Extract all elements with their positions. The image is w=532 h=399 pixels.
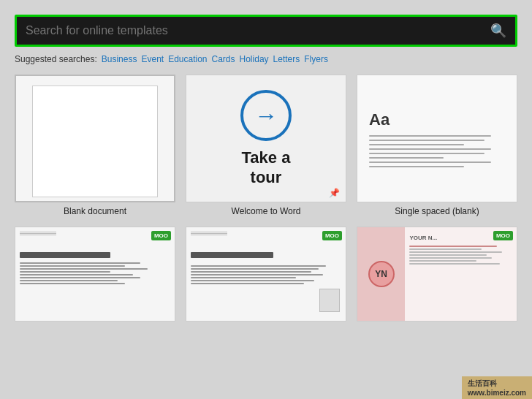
resume-title-line	[20, 252, 110, 258]
main-container: 🔍 Suggested searches: Business Event Edu…	[0, 0, 532, 399]
deco-lines-top	[20, 232, 56, 235]
cr-line-5	[409, 257, 491, 259]
l-line-5	[191, 277, 296, 278]
deco-line-l1	[191, 232, 227, 232]
ss-line-8	[369, 166, 464, 167]
cr-line-4	[409, 254, 486, 256]
template-blank-label: Blank document	[64, 206, 126, 216]
template-color-thumb: YN MOO YOUR N...	[357, 227, 517, 322]
cr-line-7	[409, 263, 500, 265]
suggested-label: Suggested searches:	[15, 54, 97, 64]
ss-line-1	[369, 135, 491, 137]
l-line-4	[191, 274, 323, 276]
watermark-text: 生活百科	[468, 379, 497, 387]
ss-line-4	[369, 148, 491, 150]
l-line-7	[191, 283, 304, 284]
search-bar[interactable]: 🔍	[15, 15, 517, 47]
l-line-3	[191, 271, 311, 273]
r-line-5	[20, 274, 133, 276]
deco-line-l2	[191, 233, 227, 234]
tour-arrow-icon: →	[254, 104, 278, 127]
template-single-spaced[interactable]: Aa Single spaced (blank)	[357, 75, 517, 216]
ss-line-2	[369, 140, 484, 141]
ss-line-3	[369, 144, 464, 145]
templates-grid: Blank document → Take a tour 📌 Welcome t…	[15, 75, 517, 325]
watermark-site: www.bimeiz.com	[468, 389, 526, 397]
ss-line-6	[369, 157, 444, 159]
ss-line-7	[369, 162, 491, 163]
suggested-link-cards[interactable]: Cards	[212, 54, 235, 64]
letter-lines	[191, 252, 341, 284]
letter-title	[191, 252, 273, 258]
suggested-searches: Suggested searches: Business Event Educa…	[15, 54, 517, 64]
r-line-3	[20, 268, 148, 270]
cr-line-1	[409, 246, 497, 247]
template-ss-thumb: Aa	[357, 75, 517, 202]
r-line-2	[20, 265, 125, 267]
blank-inner	[32, 86, 159, 198]
color-moo-right: MOO YOUR N...	[405, 227, 517, 321]
template-letter-moo[interactable]: MOO	[186, 227, 346, 325]
suggested-link-business[interactable]: Business	[102, 54, 137, 64]
template-tour-label: Welcome to Word	[232, 206, 301, 216]
ss-line-5	[369, 153, 484, 154]
search-input[interactable]	[26, 24, 490, 37]
suggested-link-flyers[interactable]: Flyers	[304, 54, 328, 64]
deco-lines-letter	[191, 232, 227, 235]
moo-badge-1: MOO	[151, 231, 171, 240]
search-icon[interactable]: 🔍	[490, 23, 506, 39]
template-resume-thumb: MOO	[15, 227, 175, 322]
r-line-4	[20, 271, 110, 273]
l-line-1	[191, 265, 326, 267]
deco-line-1	[20, 232, 56, 232]
color-right-lines	[409, 246, 512, 265]
l-line-2	[191, 268, 319, 270]
suggested-link-holiday[interactable]: Holiday	[240, 54, 269, 64]
ss-lines	[369, 135, 505, 167]
deco-line-3	[20, 235, 56, 235]
color-moo-left: YN	[357, 227, 405, 321]
yn-badge: YN	[368, 261, 395, 287]
template-tour[interactable]: → Take a tour 📌 Welcome to Word	[186, 75, 346, 216]
r-line-8	[20, 283, 125, 284]
r-line-7	[20, 280, 118, 281]
r-line-1	[20, 262, 140, 264]
ss-aa-text: Aa	[369, 110, 390, 129]
template-resume-moo[interactable]: MOO	[15, 227, 175, 325]
tour-text: Take a tour	[242, 148, 291, 187]
watermark: 生活百科 www.bimeiz.com	[462, 376, 532, 399]
template-color-moo[interactable]: YN MOO YOUR N...	[357, 227, 517, 325]
suggested-link-education[interactable]: Education	[168, 54, 207, 64]
letter-photo-stub	[319, 289, 340, 312]
deco-line-l3	[191, 235, 227, 235]
template-ss-label: Single spaced (blank)	[395, 206, 479, 216]
template-blank[interactable]: Blank document	[15, 75, 175, 216]
l-line-6	[191, 280, 314, 281]
suggested-link-event[interactable]: Event	[141, 54, 164, 64]
pin-icon: 📌	[329, 188, 340, 198]
deco-line-2	[20, 233, 56, 234]
cr-line-3	[409, 251, 502, 253]
template-letter-thumb: MOO	[186, 227, 346, 322]
tour-arrow-circle: →	[240, 90, 292, 141]
resume-lines-1	[20, 252, 170, 284]
cr-line-2	[409, 248, 481, 250]
template-blank-thumb	[15, 75, 175, 202]
cr-line-6	[409, 260, 476, 262]
r-line-6	[20, 277, 140, 278]
moo-badge-3: MOO	[493, 231, 513, 240]
moo-badge-2: MOO	[322, 231, 342, 240]
template-tour-thumb: → Take a tour 📌	[186, 75, 346, 202]
suggested-link-letters[interactable]: Letters	[273, 54, 300, 64]
